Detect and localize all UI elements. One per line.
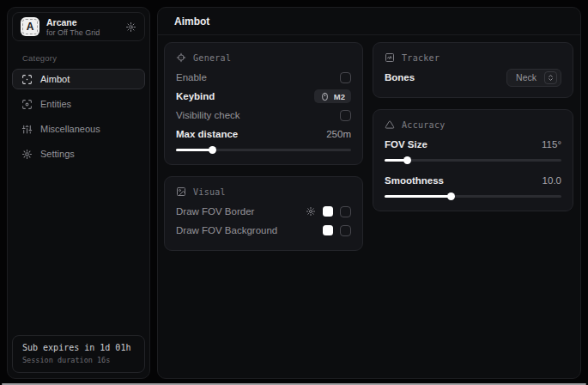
fov-background-label: Draw FOV Background bbox=[176, 225, 277, 235]
general-card: General Enable Keybind bbox=[164, 42, 363, 165]
visibility-check-row: Visibility check bbox=[176, 106, 351, 125]
enable-label: Enable bbox=[176, 72, 207, 82]
visual-card-title: Visual bbox=[193, 187, 226, 197]
sidebar-item-miscellaneous[interactable]: Miscellaneous bbox=[12, 119, 145, 139]
session-duration-text: Session duration 16s bbox=[22, 356, 135, 364]
keybind-row: Keybind M2 bbox=[176, 87, 351, 106]
sidebar: A Arcane for Off The Grid Category Aimbo… bbox=[7, 7, 150, 379]
accuracy-card-title: Accuracy bbox=[402, 120, 446, 130]
max-distance-row: Max distance 250m bbox=[176, 125, 351, 144]
slider-thumb[interactable] bbox=[403, 156, 411, 164]
mouse-icon bbox=[320, 92, 330, 101]
fov-size-value: 115° bbox=[542, 139, 561, 150]
sidebar-item-aimbot[interactable]: Aimbot bbox=[12, 69, 145, 89]
sidebar-item-settings[interactable]: Settings bbox=[12, 144, 145, 164]
fov-border-controls bbox=[306, 206, 351, 217]
fov-border-row: Draw FOV Border bbox=[176, 202, 351, 221]
max-distance-slider[interactable] bbox=[176, 146, 351, 154]
fov-size-label: FOV Size bbox=[385, 139, 427, 150]
app-logo-letter: A bbox=[27, 21, 34, 33]
tracker-card-header: Tracker bbox=[385, 52, 561, 63]
smoothness-label: Smoothness bbox=[385, 175, 444, 186]
app-name: Arcane bbox=[46, 17, 100, 28]
sliders-icon bbox=[21, 124, 33, 135]
slider-fill bbox=[385, 195, 452, 198]
sidebar-item-label: Settings bbox=[40, 149, 75, 159]
fov-background-row: Draw FOV Background bbox=[176, 221, 351, 240]
fov-background-color-swatch[interactable] bbox=[323, 225, 333, 235]
activity-icon bbox=[385, 52, 395, 63]
smoothness-value: 10.0 bbox=[543, 175, 561, 186]
sidebar-item-label: Miscellaneous bbox=[40, 124, 100, 134]
fov-border-color-swatch[interactable] bbox=[323, 206, 333, 217]
max-distance-value: 250m bbox=[326, 129, 351, 139]
enable-row: Enable bbox=[176, 68, 351, 87]
bones-selected-value: Neck bbox=[516, 72, 536, 82]
visual-card: Visual Draw FOV Border bbox=[164, 176, 363, 251]
smoothness-slider[interactable] bbox=[385, 192, 561, 200]
content-area: General Enable Keybind bbox=[158, 35, 580, 251]
sidebar-item-label: Entities bbox=[40, 99, 71, 109]
bones-row: Bones Neck bbox=[385, 68, 561, 87]
fov-background-checkbox[interactable] bbox=[340, 225, 351, 236]
chevrons-up-down-icon bbox=[544, 71, 557, 84]
fov-size-slider[interactable] bbox=[385, 156, 561, 164]
bones-label: Bones bbox=[385, 72, 415, 82]
fov-size-row: FOV Size 115° bbox=[385, 135, 561, 154]
page-header: Aimbot bbox=[158, 8, 580, 35]
sidebar-item-entities[interactable]: Entities bbox=[12, 94, 145, 114]
gear-icon bbox=[21, 149, 33, 160]
image-icon bbox=[176, 186, 186, 197]
slider-thumb[interactable] bbox=[209, 146, 216, 154]
tracker-card-title: Tracker bbox=[402, 53, 439, 63]
page-title: Aimbot bbox=[174, 15, 209, 28]
slider-fill bbox=[385, 159, 408, 162]
slider-fill bbox=[176, 149, 213, 151]
keybind-label: Keybind bbox=[176, 91, 215, 101]
enable-checkbox[interactable] bbox=[340, 72, 351, 83]
visibility-check-checkbox[interactable] bbox=[340, 110, 351, 121]
bones-dropdown[interactable]: Neck bbox=[506, 69, 561, 87]
gear-icon[interactable] bbox=[306, 206, 316, 217]
crosshair-icon bbox=[176, 52, 186, 63]
triangle-icon bbox=[385, 119, 395, 130]
general-card-title: General bbox=[193, 53, 231, 63]
smoothness-row: Smoothness 10.0 bbox=[385, 171, 561, 190]
category-label: Category bbox=[22, 53, 149, 63]
keybind-button[interactable]: M2 bbox=[314, 89, 351, 103]
gear-icon[interactable] bbox=[125, 21, 136, 33]
app-logo-box: A Arcane for Off The Grid bbox=[12, 12, 145, 41]
fov-background-controls bbox=[323, 225, 351, 236]
slider-track bbox=[385, 159, 561, 162]
right-column: Tracker Bones Neck bbox=[373, 42, 573, 211]
general-card-header: General bbox=[176, 52, 351, 63]
visual-card-header: Visual bbox=[176, 186, 351, 197]
crosshair-scan-icon bbox=[21, 74, 33, 85]
scan-eye-icon bbox=[21, 99, 33, 110]
max-distance-label: Max distance bbox=[176, 129, 238, 139]
fov-border-checkbox[interactable] bbox=[340, 206, 351, 217]
left-column: General Enable Keybind bbox=[164, 42, 363, 251]
keybind-value: M2 bbox=[334, 92, 345, 101]
slider-thumb[interactable] bbox=[447, 192, 455, 200]
sidebar-item-label: Aimbot bbox=[40, 74, 70, 84]
sidebar-nav: Aimbot Entities Miscellaneous bbox=[8, 69, 149, 164]
app-title-block: Arcane for Off The Grid bbox=[46, 17, 100, 37]
visibility-check-label: Visibility check bbox=[176, 110, 240, 120]
app-subtitle: for Off The Grid bbox=[46, 28, 100, 37]
sub-expires-text: Sub expires in 1d 01h bbox=[22, 343, 135, 352]
subscription-box: Sub expires in 1d 01h Session duration 1… bbox=[12, 335, 145, 373]
app-logo: A bbox=[21, 17, 39, 36]
main-panel: Aimbot General Enable bbox=[157, 7, 581, 379]
accuracy-card: Accuracy FOV Size 115° Smoothness 10.0 bbox=[373, 109, 573, 211]
accuracy-card-header: Accuracy bbox=[385, 119, 561, 130]
fov-border-label: Draw FOV Border bbox=[176, 206, 254, 217]
tracker-card: Tracker Bones Neck bbox=[373, 42, 573, 98]
